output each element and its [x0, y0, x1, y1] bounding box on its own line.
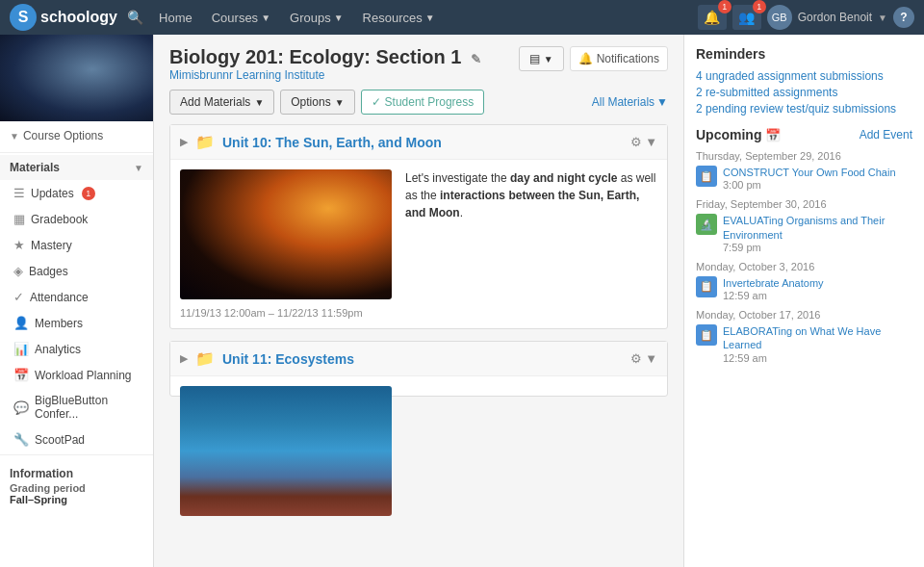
- event-date-sep30: Friday, September 30, 2016: [696, 198, 912, 210]
- unit-10-toggle[interactable]: ▶: [180, 136, 188, 148]
- logo[interactable]: S schoology: [10, 4, 117, 31]
- logo-text: schoology: [40, 9, 117, 26]
- logo-s-icon: S: [10, 4, 37, 31]
- user-dropdown-arrow[interactable]: ▼: [878, 13, 887, 23]
- student-progress-button[interactable]: ✓ Student Progress: [361, 90, 485, 115]
- all-materials-link[interactable]: All Materials ▼: [592, 95, 668, 109]
- help-button[interactable]: ?: [893, 7, 914, 28]
- materials-label: Materials: [10, 161, 60, 174]
- add-event-link[interactable]: Add Event: [860, 128, 912, 142]
- event-item-construct: 📋 CONSTRUCT Your Own Food Chain 3:00 pm: [696, 166, 912, 191]
- nav-notification-bell1[interactable]: 🔔 1: [698, 5, 727, 30]
- sidebar-item-attendance[interactable]: ✓ Attendance: [0, 284, 153, 310]
- page-body: ▼ Course Options Materials ▼ ☰ Updates 1…: [0, 35, 924, 567]
- course-title: Biology 201: Ecology: Section 1 ✎: [169, 46, 481, 68]
- unit-10-image-visual: [180, 169, 392, 299]
- event-time-invertebrate: 12:59 am: [723, 290, 912, 301]
- nav-home[interactable]: Home: [149, 0, 202, 35]
- event-icon-elaborating: 📋: [696, 324, 717, 346]
- nav-courses[interactable]: Courses ▼: [202, 0, 280, 35]
- sidebar-item-label-bigblue: BigBlueButton Confer...: [35, 394, 143, 421]
- edit-course-title-icon[interactable]: ✎: [471, 52, 481, 66]
- unit-11-toggle[interactable]: ▶: [180, 352, 188, 365]
- view-button[interactable]: ▤ ▼: [519, 46, 564, 71]
- sidebar-item-bigbluebutton[interactable]: 💬 BigBlueButton Confer...: [0, 388, 153, 426]
- sidebar-item-gradebook[interactable]: ▦ Gradebook: [0, 206, 153, 232]
- unit-10-header: ▶ 📁 Unit 10: The Sun, Earth, and Moon ⚙ …: [170, 125, 667, 160]
- course-institute-link[interactable]: Mimisbrunnr Learning Institute: [169, 68, 481, 82]
- unit-10-settings-icon[interactable]: ⚙ ▼: [630, 135, 657, 149]
- unit-section-10: ▶ 📁 Unit 10: The Sun, Earth, and Moon ⚙ …: [169, 124, 668, 329]
- sidebar-item-label-members: Members: [35, 317, 83, 330]
- members-icon: 👤: [13, 316, 29, 330]
- options-caret: ▼: [335, 97, 345, 108]
- notification-badge-2: 1: [753, 0, 766, 13]
- badges-icon: ◈: [13, 264, 23, 278]
- sidebar-item-mastery[interactable]: ★ Mastery: [0, 232, 153, 258]
- nav-resources[interactable]: Resources ▼: [353, 0, 445, 35]
- calendar-icon[interactable]: 📅: [765, 128, 781, 142]
- unit-11-image: [180, 386, 392, 516]
- highlight-interactions: interactions between the Sun, Earth, and…: [405, 189, 639, 219]
- course-header: Biology 201: Ecology: Section 1 ✎ Mimisb…: [169, 46, 668, 82]
- sidebar-item-workload-planning[interactable]: 📅 Workload Planning: [0, 362, 153, 388]
- event-title-construct[interactable]: CONSTRUCT Your Own Food Chain: [723, 166, 912, 179]
- event-icon-construct: 📋: [696, 166, 717, 187]
- sidebar-item-updates[interactable]: ☰ Updates 1: [0, 180, 153, 206]
- sidebar-item-label-workload: Workload Planning: [35, 369, 132, 382]
- event-time-evaluating: 7:59 pm: [723, 242, 912, 253]
- upcoming-header: Upcoming 📅 Add Event: [696, 127, 912, 142]
- user-avatar[interactable]: GB: [767, 5, 792, 30]
- event-title-invertebrate[interactable]: Invertebrate Anatomy: [723, 276, 912, 290]
- bigblue-icon: 💬: [13, 400, 29, 415]
- course-title-block: Biology 201: Ecology: Section 1 ✎ Mimisb…: [169, 46, 481, 82]
- unit-10-title[interactable]: Unit 10: The Sun, Earth, and Moon: [222, 135, 623, 150]
- workload-icon: 📅: [13, 368, 29, 382]
- event-info-invertebrate: Invertebrate Anatomy 12:59 am: [723, 276, 912, 301]
- top-navigation: S schoology 🔍 Home Courses ▼ Groups ▼ Re…: [0, 0, 924, 35]
- sidebar-item-label-attendance: Attendance: [30, 291, 89, 304]
- add-materials-caret: ▼: [254, 97, 264, 108]
- event-title-evaluating[interactable]: EVALUATing Organisms and Their Environme…: [723, 214, 912, 242]
- nav-right-actions: 🔔 1 👥 1 GB Gordon Benoit ▼ ?: [698, 5, 914, 30]
- analytics-icon: 📊: [13, 342, 29, 356]
- unit-11-title[interactable]: Unit 11: Ecosystems: [222, 351, 623, 367]
- sidebar-item-badges[interactable]: ◈ Badges: [0, 258, 153, 284]
- add-materials-button[interactable]: Add Materials ▼: [169, 90, 274, 115]
- sidebar-item-analytics[interactable]: 📊 Analytics: [0, 336, 153, 362]
- course-options-label: Course Options: [23, 129, 103, 142]
- grading-period-label: Grading period: [10, 482, 143, 494]
- main-content: Biology 201: Ecology: Section 1 ✎ Mimisb…: [154, 35, 683, 567]
- unit-10-image: [180, 169, 392, 299]
- nav-notification-bell2[interactable]: 👥 1: [732, 5, 761, 30]
- groups-caret: ▼: [334, 13, 344, 23]
- sidebar-item-members[interactable]: 👤 Members: [0, 310, 153, 336]
- notifications-button[interactable]: 🔔 Notifications: [570, 46, 668, 71]
- sidebar-item-scootpad[interactable]: 🔧 ScootPad: [0, 426, 153, 452]
- event-time-construct: 3:00 pm: [723, 179, 912, 191]
- reminder-link-0[interactable]: 4 ungraded assignment submissions: [696, 69, 912, 83]
- search-icon[interactable]: 🔍: [127, 10, 143, 25]
- reminder-link-2[interactable]: 2 pending review test/quiz submissions: [696, 102, 912, 116]
- options-button[interactable]: Options ▼: [280, 90, 354, 115]
- sidebar-item-label-mastery: Mastery: [31, 239, 72, 252]
- bell-icon: 🔔: [578, 52, 593, 65]
- course-options-arrow: ▼: [10, 131, 19, 142]
- resources-caret: ▼: [425, 13, 435, 23]
- reminder-link-1[interactable]: 2 re-submitted assignments: [696, 86, 912, 99]
- event-info-evaluating: EVALUATing Organisms and Their Environme…: [723, 214, 912, 253]
- unit-11-settings-icon[interactable]: ⚙ ▼: [630, 351, 657, 366]
- event-date-sep29: Thursday, September 29, 2016: [696, 150, 912, 162]
- course-toolbar: Add Materials ▼ Options ▼ ✓ Student Prog…: [169, 90, 668, 115]
- grading-period-value: Fall–Spring: [10, 494, 143, 505]
- event-icon-invertebrate: 📋: [696, 276, 717, 297]
- course-options-toggle[interactable]: ▼ Course Options: [0, 121, 153, 150]
- nav-groups[interactable]: Groups ▼: [280, 0, 353, 35]
- updates-icon: ☰: [13, 186, 25, 200]
- sidebar-item-label-updates: Updates: [31, 187, 74, 200]
- event-item-invertebrate: 📋 Invertebrate Anatomy 12:59 am: [696, 276, 912, 301]
- event-title-elaborating[interactable]: ELABORATing on What We Have Learned: [723, 324, 912, 352]
- sidebar-item-label-gradebook: Gradebook: [31, 213, 88, 226]
- view-toggle[interactable]: ▤ ▼: [519, 46, 564, 71]
- materials-heading[interactable]: Materials ▼: [0, 155, 153, 180]
